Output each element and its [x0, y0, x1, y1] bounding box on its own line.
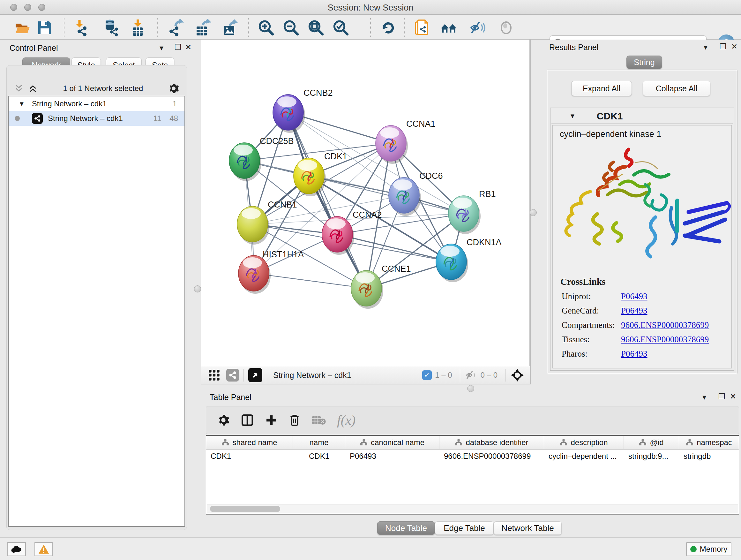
houses-button[interactable]: [440, 19, 458, 37]
tab-network-table[interactable]: Network Table: [494, 521, 562, 535]
node-CCNE1[interactable]: CCNE1: [351, 264, 411, 309]
hide-graphics-details-button[interactable]: [468, 19, 486, 37]
locate-crosshair-icon[interactable]: [510, 368, 525, 382]
network-status-dot: [15, 116, 20, 121]
panel-menu-icon[interactable]: ▾: [702, 393, 706, 401]
table-cell[interactable]: stringdb: [679, 449, 739, 463]
expand-all-icon[interactable]: [27, 84, 38, 93]
network-canvas[interactable]: CCNB2CCNA1CDC25BCDK1CDC6RB1CCNB1CCNA2CDK…: [201, 40, 530, 366]
cloud-icon: [10, 545, 23, 553]
grid-view-icon[interactable]: [208, 369, 220, 381]
import-network-button[interactable]: [73, 19, 91, 37]
expand-all-button[interactable]: Expand All: [571, 81, 632, 96]
node-table[interactable]: shared namenamecanonical namedatabase id…: [206, 435, 739, 515]
import-table-button[interactable]: [129, 19, 147, 37]
network-collection-row[interactable]: ▼ String Network – cdk1 1: [9, 97, 185, 111]
float-panel-icon[interactable]: ❐: [175, 43, 182, 52]
table-settings-button[interactable]: [217, 414, 230, 427]
open-session-button[interactable]: [13, 19, 31, 37]
toolbar-separator: [370, 18, 371, 37]
table-cell[interactable]: P06493: [345, 449, 440, 463]
network-row-selected[interactable]: String Network – cdk1 11 48: [9, 111, 185, 126]
crosslink-value[interactable]: 9606.ENSP00000378699: [621, 320, 709, 330]
network-graph[interactable]: CCNB2CCNA1CDC25BCDK1CDC6RB1CCNB1CCNA2CDK…: [201, 40, 530, 366]
gene-header-row[interactable]: ▼ CDK1: [551, 109, 733, 124]
selected-nodes-checkbox[interactable]: ✓: [422, 370, 432, 380]
export-network-button[interactable]: [166, 19, 184, 37]
collapse-all-button[interactable]: Collapse All: [643, 81, 711, 96]
add-column-button[interactable]: [265, 414, 278, 427]
crosslink-value[interactable]: P06493: [621, 349, 648, 359]
export-image-icon: [221, 19, 239, 37]
hidden-eye-icon[interactable]: [465, 370, 477, 381]
import-network-icon: [73, 19, 91, 37]
node-CDK1[interactable]: CDK1: [293, 152, 347, 196]
column-header[interactable]: namespac: [679, 436, 739, 449]
gear-icon[interactable]: [168, 83, 179, 94]
cloud-button[interactable]: [7, 542, 26, 556]
node-CDKN1A[interactable]: CDKN1A: [436, 238, 502, 282]
panel-menu-icon[interactable]: ▾: [159, 44, 163, 52]
edge-CCNA2-CDKN1A[interactable]: [337, 234, 451, 262]
table-body[interactable]: CDK1CDK1P064939606.ENSP00000378699cyclin…: [206, 449, 739, 463]
refresh-view-button[interactable]: [379, 19, 397, 37]
table-cell[interactable]: stringdb:9...: [624, 449, 679, 463]
tab-node-table[interactable]: Node Table: [377, 521, 435, 535]
table-cell[interactable]: 9606.ENSP00000378699: [440, 449, 544, 463]
import-network-from-database-button[interactable]: [102, 19, 119, 37]
birds-eye-view-icon[interactable]: [248, 368, 262, 382]
crosslinks-list: Uniprot:P06493GeneCard:P06493Compartment…: [553, 292, 731, 359]
horizontal-scrollbar[interactable]: [207, 504, 738, 513]
table-cell[interactable]: CDK1: [206, 449, 293, 463]
memory-button[interactable]: Memory: [686, 542, 731, 556]
scrollbar-thumb[interactable]: [210, 506, 280, 512]
show-columns-button[interactable]: [241, 414, 254, 427]
table-cell[interactable]: CDK1: [293, 449, 345, 463]
node-RB1[interactable]: RB1: [448, 189, 496, 234]
column-header[interactable]: @id: [624, 436, 679, 449]
delete-column-button[interactable]: [288, 414, 300, 427]
close-panel-icon[interactable]: ✕: [731, 42, 738, 51]
tab-edge-table[interactable]: Edge Table: [435, 521, 494, 535]
table-row[interactable]: CDK1CDK1P064939606.ENSP00000378699cyclin…: [206, 449, 739, 463]
splitter-handle[interactable]: [194, 286, 201, 293]
splitter-handle[interactable]: [467, 385, 474, 392]
tab-string[interactable]: String: [626, 56, 662, 69]
collapse-all-icon[interactable]: [13, 84, 24, 93]
splitter-handle[interactable]: [530, 209, 537, 216]
crosslink-value[interactable]: P06493: [621, 292, 648, 301]
float-panel-icon[interactable]: ❐: [720, 42, 727, 51]
triangle-down-icon[interactable]: ▼: [569, 112, 576, 120]
zoom-selected-button[interactable]: [332, 19, 350, 37]
duplicate-network-button[interactable]: [413, 19, 431, 37]
table-cell[interactable]: cyclin–dependent ...: [544, 449, 624, 463]
gene-details: cyclin–dependent kinase 1: [552, 125, 732, 368]
close-panel-icon[interactable]: ✕: [185, 43, 192, 52]
zoom-out-button[interactable]: [282, 19, 300, 37]
zoom-in-button[interactable]: [257, 19, 275, 37]
crosslink-value[interactable]: 9606.ENSP00000378699: [621, 334, 709, 345]
column-header[interactable]: description: [544, 436, 624, 449]
node-CCNB2[interactable]: CCNB2: [273, 88, 333, 133]
export-table-button[interactable]: [193, 19, 211, 37]
column-header[interactable]: canonical name: [345, 436, 440, 449]
panel-menu-icon[interactable]: ▾: [704, 43, 708, 52]
hidden-counts: 0 – 0: [481, 371, 497, 380]
column-header[interactable]: database identifier: [440, 436, 544, 449]
share-view-icon[interactable]: [226, 369, 239, 381]
zoom-fit-button[interactable]: [307, 19, 325, 37]
close-panel-icon[interactable]: ✕: [730, 392, 736, 401]
column-header[interactable]: name: [293, 436, 345, 449]
triangle-down-icon[interactable]: ▼: [18, 100, 25, 108]
column-header[interactable]: shared name: [206, 436, 293, 449]
crosslink-value[interactable]: P06493: [621, 306, 648, 316]
warning-button[interactable]: [35, 542, 53, 556]
table-header-row[interactable]: shared namenamecanonical namedatabase id…: [206, 436, 739, 449]
protein-structure-image: [560, 144, 732, 271]
export-image-button[interactable]: [221, 19, 239, 37]
float-panel-icon[interactable]: ❐: [718, 392, 725, 401]
node-CDC6[interactable]: CDC6: [389, 171, 443, 216]
save-session-button[interactable]: [36, 19, 54, 37]
node-HIST1H1A[interactable]: HIST1H1A: [239, 250, 304, 294]
edge-CCNB2-CCNE1[interactable]: [288, 112, 366, 288]
